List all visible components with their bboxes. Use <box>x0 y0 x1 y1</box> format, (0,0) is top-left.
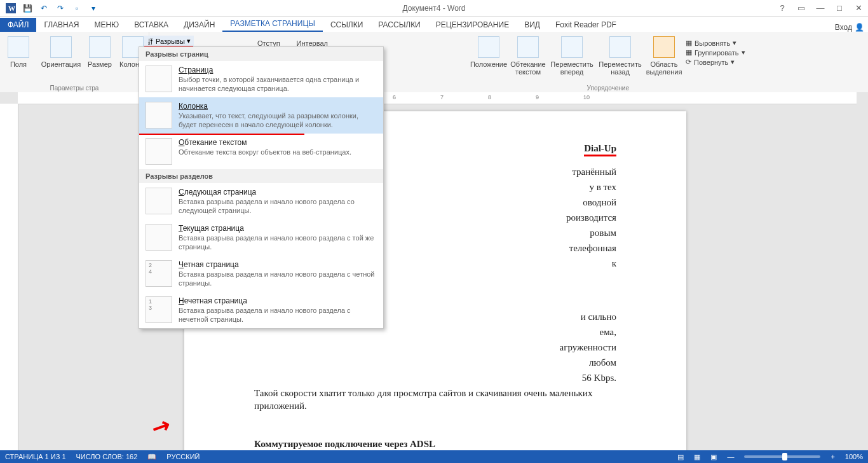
tab-file[interactable]: ФАЙЛ <box>0 18 36 32</box>
close-icon[interactable]: ✕ <box>849 1 868 16</box>
align-button[interactable]: ▦ Выровнять ▾ <box>686 39 745 47</box>
selpane-icon <box>653 36 675 58</box>
breaks-button[interactable]: ⭿ Разрывы ▾ <box>144 36 194 46</box>
group-label: Параметры стра <box>0 85 149 92</box>
size-icon <box>89 36 111 58</box>
status-language[interactable]: РУССКИЙ <box>166 453 200 460</box>
forward-icon <box>561 36 583 58</box>
tab-review[interactable]: РЕЦЕНЗИРОВАНИЕ <box>428 18 517 32</box>
save-icon[interactable]: 💾 <box>20 1 34 15</box>
annotation-arrow: ↗ <box>148 411 175 441</box>
tab-insert[interactable]: ВСТАВКА <box>126 18 176 32</box>
odd-page-icon: 13 <box>146 296 172 323</box>
word-icon: W <box>4 1 18 15</box>
next-page-icon <box>146 188 172 214</box>
menu-item-next-page[interactable]: Следующая страницаВставка разрыва раздел… <box>139 183 383 219</box>
status-word-count[interactable]: ЧИСЛО СЛОВ: 162 <box>76 453 138 460</box>
ribbon-tabs: ФАЙЛ ГЛАВНАЯ Меню ВСТАВКА ДИЗАЙН РАЗМЕТК… <box>0 17 868 32</box>
help-icon[interactable]: ? <box>773 1 792 16</box>
menu-item-page[interactable]: СтраницаВыбор точки, в которой заканчива… <box>139 61 383 97</box>
redo-icon[interactable]: ↷ <box>53 1 67 15</box>
ribbon: Поля Ориентация Размер Колонки Параметры… <box>0 32 868 93</box>
position-icon <box>478 36 499 58</box>
group-page-setup: Поля Ориентация Размер Колонки Параметры… <box>0 32 149 93</box>
minimize-icon[interactable]: — <box>811 1 830 16</box>
heading-adsl: Коммутируемое подключение через ADSL <box>254 438 435 450</box>
tab-design[interactable]: ДИЗАЙН <box>176 18 222 32</box>
qat-more-icon[interactable]: ▾ <box>86 1 100 15</box>
quick-access-toolbar: W 💾 ↶ ↷ ▫ ▾ <box>0 1 100 15</box>
tab-refs[interactable]: ССЫЛКИ <box>323 18 370 32</box>
page-break-icon <box>146 66 172 92</box>
wrap-icon <box>517 36 539 58</box>
menu-item-continuous[interactable]: Текущая страницаВставка разрыва раздела … <box>139 219 383 256</box>
tab-mail[interactable]: РАССЫЛКИ <box>370 18 428 32</box>
rotate-button[interactable]: ⟳ Повернуть ▾ <box>686 58 745 66</box>
textwrap-break-icon <box>146 138 172 165</box>
even-page-icon: 24 <box>146 260 172 287</box>
tab-home[interactable]: ГЛАВНАЯ <box>36 18 86 32</box>
tab-layout[interactable]: РАЗМЕТКА СТРАНИЦЫ <box>222 17 323 32</box>
breaks-menu: Разрывы страниц СтраницаВыбор точки, в к… <box>139 46 384 329</box>
undo-icon[interactable]: ↶ <box>37 1 51 15</box>
zoom-level[interactable]: 100% <box>845 453 863 460</box>
status-bar: СТРАНИЦА 1 ИЗ 1 ЧИСЛО СЛОВ: 162 📖 РУССКИ… <box>0 450 868 463</box>
menu-header-section-breaks: Разрывы разделов <box>139 169 383 183</box>
view-web-icon[interactable]: ▣ <box>710 453 717 461</box>
group-label-arrange: Упорядочение <box>348 85 868 92</box>
status-page[interactable]: СТРАНИЦА 1 ИЗ 1 <box>5 453 66 460</box>
body-text: 56 Kbps. <box>254 371 616 384</box>
menu-item-odd-page[interactable]: 13 Нечетная страницаВставка разрыва разд… <box>139 292 383 328</box>
title-bar: W 💾 ↶ ↷ ▫ ▾ Документ4 - Word ? ▭ — □ ✕ <box>0 0 868 17</box>
zoom-out-icon[interactable]: — <box>727 453 734 460</box>
group-arrange: Положение Обтекание текстом Переместить … <box>348 32 868 93</box>
back-icon <box>609 36 631 58</box>
zoom-in-icon[interactable]: + <box>831 453 834 460</box>
window-controls: ? ▭ — □ ✕ <box>773 1 868 16</box>
ribbon-options-icon[interactable]: ▭ <box>792 1 811 16</box>
view-read-icon[interactable]: ▤ <box>677 453 684 461</box>
new-doc-icon[interactable]: ▫ <box>70 1 84 15</box>
maximize-icon[interactable]: □ <box>830 1 849 16</box>
body-text: любом <box>254 356 616 369</box>
document-area: 6 7 8 9 10 Dial-Up транённый у в тех ово… <box>0 92 868 450</box>
proofing-icon[interactable]: 📖 <box>147 453 156 461</box>
sign-in[interactable]: Вход👤 <box>835 23 868 32</box>
user-icon: 👤 <box>855 23 864 32</box>
menu-item-column[interactable]: КолонкаУказывает, что текст, следующий з… <box>139 97 383 134</box>
continuous-icon <box>146 224 172 251</box>
menu-header-page-breaks: Разрывы страниц <box>139 47 383 61</box>
margins-icon <box>8 36 29 58</box>
tab-menu[interactable]: Меню <box>86 18 126 32</box>
heading-dialup: Dial-Up <box>584 142 616 156</box>
orientation-icon <box>50 36 72 58</box>
svg-text:W: W <box>8 4 15 12</box>
menu-item-textwrap[interactable]: Обтекание текстомОбтекание текста вокруг… <box>139 134 383 169</box>
view-print-icon[interactable]: ▦ <box>694 453 700 461</box>
tab-foxit[interactable]: Foxit Reader PDF <box>548 18 624 32</box>
tab-view[interactable]: ВИД <box>517 18 548 32</box>
body-text: Такой скорости хватит только для просмот… <box>254 387 616 412</box>
zoom-slider[interactable] <box>744 455 820 458</box>
body-text: агруженности <box>254 341 616 354</box>
group-button[interactable]: ▦ Группировать ▾ <box>686 48 745 57</box>
vertical-ruler[interactable] <box>0 104 18 450</box>
window-title: Документ4 - Word <box>402 4 465 13</box>
menu-item-even-page[interactable]: 24 Четная страницаВставка разрыва раздел… <box>139 256 383 292</box>
column-break-icon <box>146 102 172 128</box>
